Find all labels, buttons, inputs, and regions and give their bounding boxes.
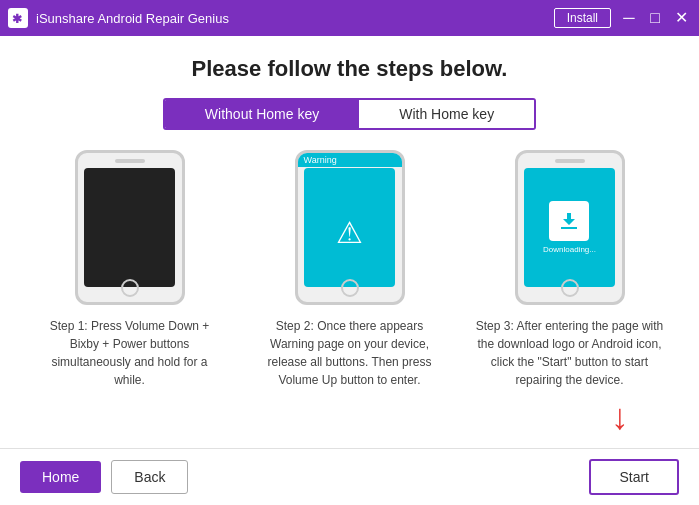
tab-without-home[interactable]: Without Home key <box>165 100 359 128</box>
phone-speaker-3 <box>555 159 585 163</box>
step3-screen: Downloading... <box>524 168 616 287</box>
step3-text: Step 3: After entering the page with the… <box>475 317 665 389</box>
steps-container: Step 1: Press Volume Down + Bixby + Powe… <box>20 150 679 389</box>
minimize-button[interactable]: ─ <box>619 8 639 28</box>
tab-with-home[interactable]: With Home key <box>359 100 534 128</box>
step2-phone: Warning ⚠ <box>295 150 405 305</box>
step-3: Downloading... Step 3: After entering th… <box>475 150 665 389</box>
phone-left-btn-2 <box>295 193 298 213</box>
tab-bar: Without Home key With Home key <box>163 98 536 130</box>
step2-screen: Warning ⚠ <box>304 168 396 287</box>
phone-home-btn-3 <box>561 279 579 297</box>
download-wrapper: Downloading... <box>543 201 596 254</box>
warning-label: Warning <box>298 153 402 167</box>
svg-text:✱: ✱ <box>12 12 22 25</box>
red-arrow-icon: ↓ <box>611 399 629 435</box>
svg-rect-1 <box>561 227 577 229</box>
close-button[interactable]: ✕ <box>671 8 691 28</box>
install-button[interactable]: Install <box>554 8 611 28</box>
phone-left-btn <box>75 193 78 213</box>
title-bar: ✱ iSunshare Android Repair Genius Instal… <box>0 0 699 36</box>
step2-text: Step 2: Once there appears Warning page … <box>255 317 445 389</box>
phone-right-btn-3 <box>622 188 625 216</box>
phone-left-btn-3 <box>515 193 518 213</box>
home-button[interactable]: Home <box>20 461 101 493</box>
phone-speaker <box>115 159 145 163</box>
maximize-button[interactable]: □ <box>645 8 665 28</box>
downloading-text: Downloading... <box>543 245 596 254</box>
back-button[interactable]: Back <box>111 460 188 494</box>
start-button[interactable]: Start <box>589 459 679 495</box>
step-1: Step 1: Press Volume Down + Bixby + Powe… <box>35 150 225 389</box>
download-icon-box <box>549 201 589 241</box>
page-heading: Please follow the steps below. <box>192 56 508 82</box>
main-content: Please follow the steps below. Without H… <box>0 36 699 448</box>
bottom-bar: Home Back Start <box>0 448 699 505</box>
phone-right-btn-2 <box>402 188 405 216</box>
step1-text: Step 1: Press Volume Down + Bixby + Powe… <box>35 317 225 389</box>
step1-screen <box>84 168 176 287</box>
step3-phone: Downloading... <box>515 150 625 305</box>
arrow-container: ↓ <box>20 399 679 435</box>
download-icon <box>557 209 581 233</box>
app-icon: ✱ <box>8 8 28 28</box>
warning-triangle-icon: ⚠ <box>336 215 363 250</box>
window-controls: ─ □ ✕ <box>619 8 691 28</box>
step-2: Warning ⚠ Step 2: Once there appears War… <box>255 150 445 389</box>
phone-home-btn <box>121 279 139 297</box>
app-title: iSunshare Android Repair Genius <box>36 11 554 26</box>
phone-right-btn <box>182 188 185 216</box>
phone-home-btn-2 <box>341 279 359 297</box>
step1-phone <box>75 150 185 305</box>
